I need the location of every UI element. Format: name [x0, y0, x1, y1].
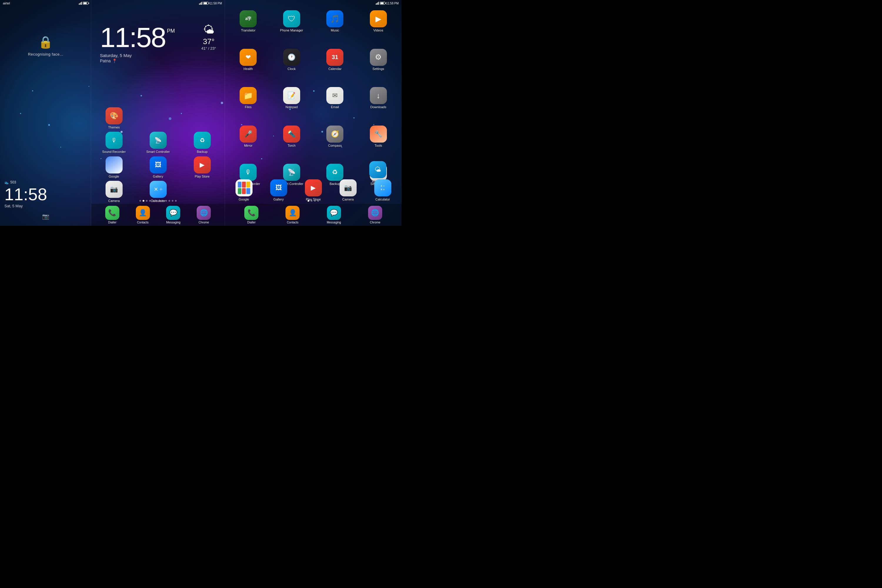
app-sound-recorder-mid[interactable]: 🎙 Sound Recorder	[93, 132, 135, 154]
lock-time: 11:58	[4, 186, 47, 203]
calculator-label: Calculator	[151, 199, 165, 203]
app-settings[interactable]: ⚙ Settings	[357, 49, 399, 86]
app-playstore-mid[interactable]: ▶ Play Store	[181, 156, 224, 178]
battery-icon	[83, 2, 88, 5]
videos-icon: ▶	[370, 10, 387, 27]
dock-messaging-right[interactable]: 💬 Messaging	[324, 206, 344, 224]
dock-messaging-mid[interactable]: 💬 Messaging	[164, 206, 183, 224]
dock-dialler-mid[interactable]: 📞 Dialler	[103, 206, 122, 224]
rdot-2	[314, 200, 316, 202]
downloads-label: Downloads	[370, 105, 386, 109]
app-play-store[interactable]: ▶ Play Store	[297, 179, 330, 201]
settings-icon: ⚙	[370, 49, 387, 66]
app-torch[interactable]: 🔦 Torch	[271, 126, 313, 163]
app-row-2: 🎙 Sound Recorder 📡 Smart Controller ♻ Ba…	[93, 132, 224, 154]
app-camera[interactable]: 📷 Camera	[332, 179, 364, 201]
health-icon: ❤	[240, 49, 256, 66]
dock-chrome-icon-right: 🌐	[368, 206, 382, 220]
email-label: Email	[331, 105, 339, 109]
app-gallery-mid[interactable]: 🖼 Gallery	[137, 156, 179, 178]
app-videos[interactable]: ▶ Videos	[357, 10, 399, 47]
clock-digits: 11:58	[100, 24, 165, 51]
lock-date: Sat, 5 May	[4, 204, 47, 208]
step-count: 👟 503	[4, 180, 47, 184]
step-number: 503	[10, 180, 16, 184]
status-icons-left	[79, 2, 88, 5]
app-notepad[interactable]: 📝 Notepad	[271, 87, 313, 124]
google-icon-r	[236, 179, 252, 196]
right-panel: 11:58 PM a字 Translator 🛡 Phone Manager 🎵…	[225, 0, 402, 226]
bottom-app-row: Google 🖼 Gallery ▶ Play Store 📷 Camera +…	[225, 179, 402, 203]
app-music[interactable]: 🎵 Music	[314, 10, 356, 47]
email-icon-el: ✉	[326, 87, 344, 104]
app-clock[interactable]: 🕐 Clock	[271, 49, 313, 86]
clock-location: Patna 📍	[100, 58, 117, 63]
app-google-mid[interactable]: Google	[93, 156, 135, 178]
clock-icon: 🕐	[283, 49, 300, 66]
dock-right: 📞 Dialler 👤 Contacts 💬 Messaging 🌐 Chrom…	[225, 204, 402, 226]
app-camera-mid[interactable]: 📷 Camera	[93, 181, 135, 203]
dock-contacts-mid[interactable]: 👤 Contacts	[133, 206, 152, 224]
app-google[interactable]: Google	[227, 179, 261, 201]
signal-icon-right	[376, 2, 379, 5]
themes-label: Themes	[108, 126, 120, 129]
playstore-icon: ▶	[194, 156, 211, 174]
app-row-themes: 🎨 Themes	[93, 107, 224, 129]
weather-icon: 🌤	[201, 24, 216, 36]
smart-controller-icon: 📡	[150, 132, 167, 149]
page-dots-right	[225, 200, 402, 202]
dock-contacts-right[interactable]: 👤 Contacts	[283, 206, 302, 224]
dock-chrome-right[interactable]: 🌐 Chrome	[366, 206, 384, 224]
settings-label: Settings	[372, 67, 384, 71]
google-label: Google	[109, 175, 119, 178]
lock-screen-panel: airtel 🔒 Recognising face... 👟	[0, 0, 91, 226]
mirror-label: Mirror	[244, 144, 252, 148]
rdot-1	[311, 200, 312, 202]
gallery-label: Gallery	[153, 175, 163, 178]
dock-chrome-label-right: Chrome	[370, 221, 380, 224]
files-icon: 📁	[240, 87, 256, 104]
app-smart-controller-mid[interactable]: 📡 Smart Controller	[137, 132, 179, 154]
app-tools[interactable]: 🔧 Tools	[357, 126, 399, 163]
app-themes[interactable]: 🎨 Themes	[93, 107, 135, 129]
app-email[interactable]: ✉ Email	[314, 87, 356, 124]
app-calculator[interactable]: + − × ÷ Calculator	[366, 179, 399, 201]
app-calculator-mid[interactable]: ✕ ÷ Calculator	[137, 181, 179, 203]
status-icons-right: 11:58 PM	[376, 2, 399, 5]
dock-mid: 📞 Dialler 👤 Contacts 💬 Messaging 🌐 Chrom…	[91, 204, 225, 226]
dock-chrome-label-mid: Chrome	[198, 221, 209, 224]
playstore-label: Play Store	[195, 175, 210, 178]
calculator-icon: ✕ ÷	[150, 181, 167, 198]
dock-contacts-icon-right: 👤	[285, 206, 300, 220]
mid-app-rows: 🎨 Themes 🎙 Sound Recorder 📡 Smart Contro…	[91, 107, 225, 203]
weather-range: 41° / 23°	[201, 46, 216, 51]
app-backup-mid[interactable]: ♻ Backup	[181, 132, 224, 154]
app-downloads[interactable]: ↓ Downloads	[357, 87, 399, 124]
app-files[interactable]: 📁 Files	[227, 87, 269, 124]
screen-container: airtel 🔒 Recognising face... 👟	[0, 0, 402, 226]
gallery-icon-r: 🖼	[270, 179, 287, 196]
rdot-0	[308, 200, 309, 202]
app-translator[interactable]: a字 Translator	[227, 10, 269, 47]
dock-dialler-icon-right: 📞	[244, 206, 258, 220]
lock-bottom-info: 👟 503 11:58 Sat, 5 May	[4, 180, 47, 208]
battery-right	[380, 2, 385, 5]
sound-recorder-icon: 🎙	[105, 132, 123, 149]
dock-dialler-label-mid: Dialler	[108, 221, 116, 224]
camera-label: Camera	[108, 199, 120, 203]
app-calendar[interactable]: 31 Calendar	[314, 49, 356, 86]
phone-manager-label: Phone Manager	[280, 28, 303, 32]
app-phone-manager[interactable]: 🛡 Phone Manager	[271, 10, 313, 47]
location-text: Patna	[100, 58, 111, 63]
weather-app-icon: 🌤	[369, 161, 386, 178]
camera-button[interactable]: 📷	[42, 213, 50, 220]
app-compass[interactable]: 🧭 Compass	[314, 126, 356, 163]
app-gallery[interactable]: 🖼 Gallery	[262, 179, 295, 201]
time-mid: 11:58 PM	[209, 2, 222, 5]
status-icons-mid: 11:58 PM	[199, 2, 222, 5]
app-mirror[interactable]: 🎤 Mirror	[227, 126, 269, 163]
app-health[interactable]: ❤ Health	[227, 49, 269, 86]
dock-chrome-mid[interactable]: 🌐 Chrome	[194, 206, 213, 224]
dock-messaging-icon-right: 💬	[327, 206, 341, 220]
dock-dialler-right[interactable]: 📞 Dialler	[242, 206, 261, 224]
